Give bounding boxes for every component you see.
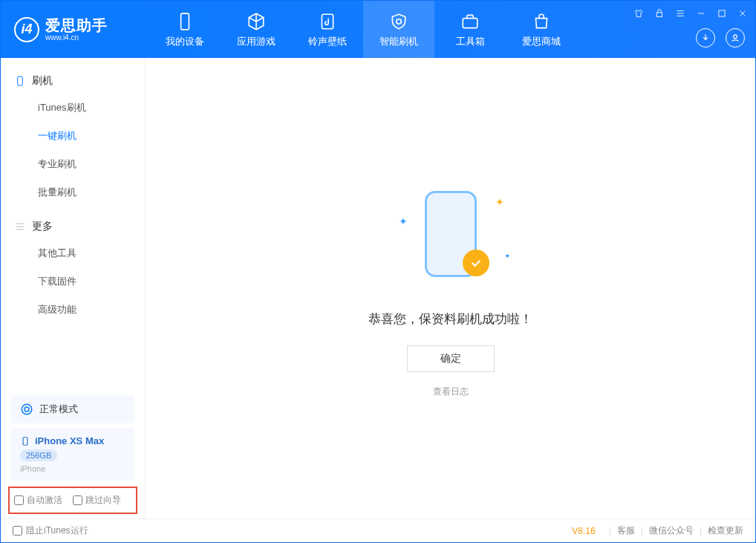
sync-icon — [20, 403, 33, 416]
svg-rect-8 — [23, 437, 27, 445]
download-icon[interactable] — [696, 28, 715, 48]
sidebar: 刷机 iTunes刷机 一键刷机 专业刷机 批量刷机 更多 其他工具 下载固件 … — [1, 58, 146, 518]
top-nav: 我的设备 应用游戏 铃声壁纸 智能刷机 工具箱 爱思商城 — [149, 1, 577, 58]
svg-point-5 — [734, 35, 737, 39]
app-url: www.i4.cn — [45, 33, 108, 42]
sidebar-bottom: 正常模式 iPhone XS Max 256GB iPhone 自动激活 跳过向… — [1, 391, 145, 518]
header-right-actions — [696, 28, 745, 48]
sparkle-icon: ✦ — [495, 196, 504, 208]
sidebar-item-itunes-flash[interactable]: iTunes刷机 — [1, 94, 145, 122]
nav-label: 我的设备 — [166, 35, 204, 48]
svg-rect-0 — [181, 13, 189, 30]
header: i4 爱思助手 www.i4.cn 我的设备 应用游戏 铃声壁纸 智能刷机 — [1, 1, 755, 58]
nav-toolbox[interactable]: 工具箱 — [434, 1, 506, 58]
app-name: 爱思助手 — [45, 17, 108, 33]
sidebar-item-advanced[interactable]: 高级功能 — [1, 296, 145, 324]
nav-label: 应用游戏 — [237, 35, 276, 48]
body: 刷机 iTunes刷机 一键刷机 专业刷机 批量刷机 更多 其他工具 下载固件 … — [1, 58, 755, 518]
wechat-link[interactable]: 微信公众号 — [649, 524, 694, 537]
lock-icon[interactable] — [651, 5, 668, 22]
app-logo: i4 爱思助手 www.i4.cn — [1, 17, 149, 42]
nav-label: 铃声壁纸 — [308, 35, 347, 48]
device-storage-badge: 256GB — [20, 449, 57, 461]
sparkle-icon: ✦ — [504, 252, 510, 260]
main-content: ✦ ✦ ✦ 恭喜您，保资料刷机成功啦！ 确定 查看日志 — [146, 58, 755, 518]
success-check-icon — [463, 250, 489, 276]
close-icon[interactable] — [734, 5, 751, 22]
sidebar-section-flash: 刷机 — [1, 68, 145, 94]
ok-button[interactable]: 确定 — [407, 345, 495, 372]
svg-rect-3 — [657, 13, 662, 17]
svg-rect-4 — [719, 10, 725, 16]
view-log-link[interactable]: 查看日志 — [433, 386, 469, 398]
nav-ringtones[interactable]: 铃声壁纸 — [292, 1, 363, 58]
nav-my-device[interactable]: 我的设备 — [149, 1, 221, 58]
minimize-icon[interactable] — [693, 5, 709, 22]
nav-label: 智能刷机 — [379, 35, 418, 48]
svg-rect-1 — [322, 14, 333, 29]
sidebar-item-pro-flash[interactable]: 专业刷机 — [1, 150, 145, 178]
logo-icon: i4 — [14, 17, 39, 42]
svg-rect-2 — [463, 18, 478, 27]
toolbox-icon — [460, 11, 480, 32]
nav-label: 工具箱 — [456, 35, 485, 48]
svg-rect-6 — [18, 77, 23, 85]
sidebar-section-more: 更多 — [1, 214, 145, 239]
check-update-link[interactable]: 检查更新 — [708, 524, 743, 537]
skip-guide-checkbox[interactable]: 跳过向导 — [73, 494, 121, 507]
device-type: iPhone — [20, 464, 45, 473]
window-controls — [630, 5, 751, 22]
footer: 阻止iTunes运行 V8.16 | 客服 | 微信公众号 | 检查更新 — [1, 518, 755, 542]
device-card[interactable]: iPhone XS Max 256GB iPhone — [11, 428, 134, 481]
phone-outline-icon — [14, 75, 26, 87]
block-itunes-checkbox[interactable]: 阻止iTunes运行 — [13, 524, 88, 537]
user-icon[interactable] — [726, 28, 745, 48]
cube-icon — [246, 11, 267, 32]
highlighted-options: 自动激活 跳过向导 — [8, 487, 137, 514]
success-message: 恭喜您，保资料刷机成功啦！ — [368, 310, 532, 328]
nav-store[interactable]: 爱思商城 — [506, 1, 577, 58]
phone-icon — [175, 11, 195, 32]
mode-label: 正常模式 — [39, 403, 78, 416]
version-label: V8.16 — [572, 526, 595, 536]
device-name-row: iPhone XS Max — [20, 435, 104, 446]
sidebar-item-other-tools[interactable]: 其他工具 — [1, 239, 145, 267]
footer-right: V8.16 | 客服 | 微信公众号 | 检查更新 — [572, 524, 743, 537]
menu-icon[interactable] — [672, 5, 688, 22]
music-file-icon — [317, 11, 338, 32]
nav-label: 爱思商城 — [522, 35, 561, 48]
device-icon — [20, 436, 30, 446]
app-window: i4 爱思助手 www.i4.cn 我的设备 应用游戏 铃声壁纸 智能刷机 — [0, 0, 756, 543]
refresh-shield-icon — [388, 11, 409, 32]
mode-card[interactable]: 正常模式 — [11, 395, 134, 423]
svg-point-7 — [22, 404, 32, 414]
sidebar-item-download-firmware[interactable]: 下载固件 — [1, 267, 145, 296]
nav-flash[interactable]: 智能刷机 — [363, 1, 434, 58]
sidebar-item-batch-flash[interactable]: 批量刷机 — [1, 178, 145, 207]
list-icon — [14, 221, 26, 233]
sidebar-item-oneclick-flash[interactable]: 一键刷机 — [1, 122, 145, 150]
customer-service-link[interactable]: 客服 — [617, 524, 635, 537]
nav-apps-games[interactable]: 应用游戏 — [221, 1, 292, 58]
success-illustration: ✦ ✦ ✦ — [384, 178, 518, 290]
sparkle-icon: ✦ — [399, 215, 408, 227]
bag-icon — [531, 11, 552, 32]
auto-activate-checkbox[interactable]: 自动激活 — [14, 494, 62, 507]
shirt-icon[interactable] — [630, 5, 647, 22]
maximize-icon[interactable] — [714, 5, 730, 22]
